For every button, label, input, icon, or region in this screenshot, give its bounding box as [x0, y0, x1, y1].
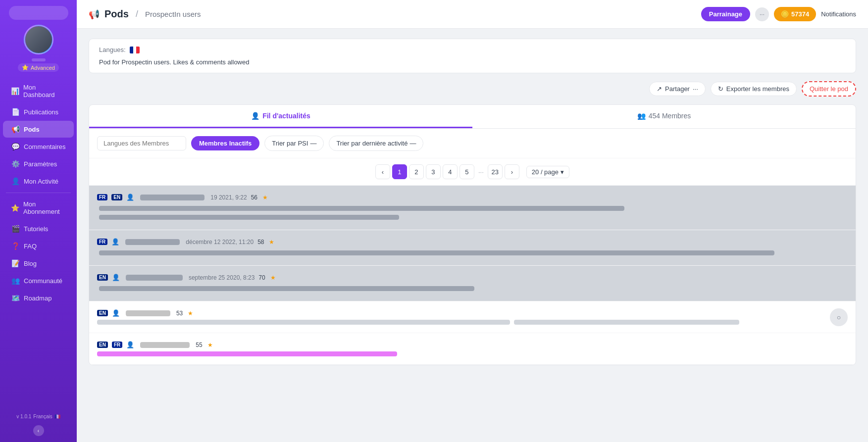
sidebar-item-tutoriels[interactable]: 🎬 Tutoriels: [3, 220, 74, 237]
page-next-button[interactable]: ›: [505, 164, 519, 179]
sidebar-item-abonnement[interactable]: ⭐ Mon Abonnement: [3, 196, 74, 220]
search-input[interactable]: [9, 6, 68, 20]
post-meta: 19 2021, 9:22: [210, 194, 247, 201]
sidebar-item-activite[interactable]: 👤 Mon Activité: [3, 173, 74, 190]
user-icon: 👤: [126, 341, 134, 348]
sidebar-item-commentaires[interactable]: 💬 Commentaires: [3, 138, 74, 155]
tab-membres[interactable]: 👥 454 Membres: [472, 105, 856, 128]
divider: [6, 193, 71, 193]
post-body: [97, 320, 848, 325]
user-icon: 👤: [112, 309, 120, 317]
quit-button[interactable]: Quitter le pod: [802, 81, 856, 97]
page-4-button[interactable]: 4: [443, 164, 458, 179]
flag-en-badge: EN: [97, 342, 108, 348]
page-5-button[interactable]: 5: [460, 164, 474, 179]
parametres-icon: ⚙️: [11, 160, 20, 168]
content-area: Langues: Pod for Prospectin users. Likes…: [77, 29, 868, 442]
page-2-button[interactable]: 2: [409, 164, 424, 179]
coins-button[interactable]: 🪙 57374: [774, 7, 816, 21]
export-icon: ↻: [718, 85, 723, 93]
pods-header-icon: 📢: [89, 9, 100, 20]
lang-label: Langues:: [99, 46, 126, 53]
post-header: EN 👤 53 ★: [97, 309, 848, 317]
page-last-button[interactable]: 23: [488, 164, 503, 179]
per-page-label: 20 / page: [532, 168, 559, 176]
sidebar-item-parametres[interactable]: ⚙️ Paramètres: [3, 155, 74, 172]
tutoriels-icon: 🎬: [11, 225, 20, 233]
profile-name-button[interactable]: [32, 58, 46, 61]
membres-inactifs-button[interactable]: Membres Inactifs: [191, 136, 259, 150]
post-name-blur: [126, 310, 170, 316]
sidebar-item-label: Publications: [24, 108, 58, 116]
sidebar-item-blog[interactable]: 📝 Blog: [3, 255, 74, 272]
sidebar-item-publications[interactable]: 📄 Publications: [3, 103, 74, 120]
trier-psi-label: Trier par PSI: [272, 140, 308, 147]
membres-inactifs-label: Membres Inactifs: [199, 140, 252, 147]
publications-icon: 📄: [11, 108, 20, 116]
page-1-button[interactable]: 1: [392, 164, 407, 179]
list-item: FR 👤 décembre 12 2022, 11:20 58 ★: [89, 230, 856, 266]
faq-icon: ❓: [11, 242, 20, 250]
trier-psi-button[interactable]: Trier par PSI —: [264, 136, 324, 151]
parrainage-dots-button[interactable]: ···: [755, 7, 769, 21]
share-label: Partager: [665, 85, 690, 93]
export-button[interactable]: ↻ Exporter les membres: [711, 82, 797, 96]
pod-tabs: 👤 Fil d'actualités 👥 454 Membres: [89, 105, 856, 129]
trier-activite-icon: —: [409, 140, 416, 147]
flag-en-badge: EN: [97, 274, 108, 281]
star-icon: ★: [188, 310, 193, 317]
main-content: 📢 Pods / ProspectIn users Parrainage ···…: [77, 0, 868, 442]
sidebar-item-roadmap[interactable]: 🗺️ Roadmap: [3, 290, 74, 306]
flag-en-badge: EN: [111, 194, 122, 200]
filter-bar: Membres Inactifs Trier par PSI — Trier p…: [89, 129, 856, 158]
post-body-blur: [99, 250, 774, 255]
scroll-indicator[interactable]: ○: [830, 308, 848, 326]
pods-icon: 📢: [11, 125, 20, 133]
post-score: 70: [258, 274, 265, 281]
lang-filter-input[interactable]: [97, 136, 186, 150]
dashboard-icon: 📊: [11, 87, 19, 95]
breadcrumb-separator: /: [136, 9, 138, 19]
flag-fr-badge: FR: [97, 194, 107, 200]
page-1-label: 1: [398, 168, 401, 176]
star-icon: ★: [270, 274, 276, 281]
list-item: EN FR 👤 55 ★: [89, 333, 856, 365]
sidebar-item-pods[interactable]: 📢 Pods: [3, 121, 74, 138]
post-body-blur: [99, 206, 624, 211]
post-header: FR 👤 décembre 12 2022, 11:20 58 ★: [97, 238, 848, 246]
notifications-button[interactable]: Notifications: [821, 10, 856, 18]
export-label: Exporter les membres: [726, 85, 789, 93]
post-body-blur: [514, 320, 739, 325]
sidebar-item-faq[interactable]: ❓ FAQ: [3, 238, 74, 254]
per-page-selector[interactable]: 20 / page ▾: [526, 166, 569, 178]
coins-icon: 🪙: [781, 10, 789, 18]
sidebar-item-dashboard[interactable]: 📊 Mon Dashboard: [3, 79, 74, 103]
flag-en-badge: EN: [97, 310, 108, 316]
tab-fil-actualites[interactable]: 👤 Fil d'actualités: [89, 105, 472, 128]
sidebar-item-label: Mon Activité: [24, 178, 58, 185]
tab-fil-label: Fil d'actualités: [262, 112, 310, 120]
star-icon: ★: [269, 239, 274, 246]
page-title: Pods: [104, 8, 129, 20]
pod-description: Pod for Prospectin users. Likes & commen…: [99, 58, 846, 66]
trier-activite-button[interactable]: Trier par dernière activité —: [329, 136, 423, 151]
share-button[interactable]: ↗ Partager ···: [649, 82, 706, 96]
post-name-blur: [125, 239, 180, 245]
sidebar-item-communaute[interactable]: 👥 Communauté: [3, 272, 74, 289]
trier-activite-label: Trier par dernière activité: [336, 140, 408, 147]
collapse-button[interactable]: ‹: [33, 425, 44, 436]
parrainage-button[interactable]: Parrainage: [701, 7, 750, 21]
post-meta: décembre 12 2022, 11:20: [186, 239, 254, 246]
page-prev-button[interactable]: ‹: [375, 164, 390, 179]
post-score: 53: [176, 310, 183, 317]
dots-icon: ···: [760, 11, 765, 18]
advanced-badge[interactable]: ⭐ Advanced: [18, 63, 59, 72]
sidebar-version: v 1.0.1 Français 🇫🇷: [10, 410, 66, 423]
sidebar-item-label: Communauté: [24, 277, 62, 285]
user-icon: 👤: [112, 274, 120, 281]
page-3-label: 3: [431, 168, 435, 176]
topbar-left: 📢 Pods / ProspectIn users: [89, 8, 201, 20]
page-3-button[interactable]: 3: [426, 164, 441, 179]
flag-fr-badge: FR: [112, 342, 122, 348]
list-item: FR EN 👤 19 2021, 9:22 56 ★: [89, 186, 856, 230]
